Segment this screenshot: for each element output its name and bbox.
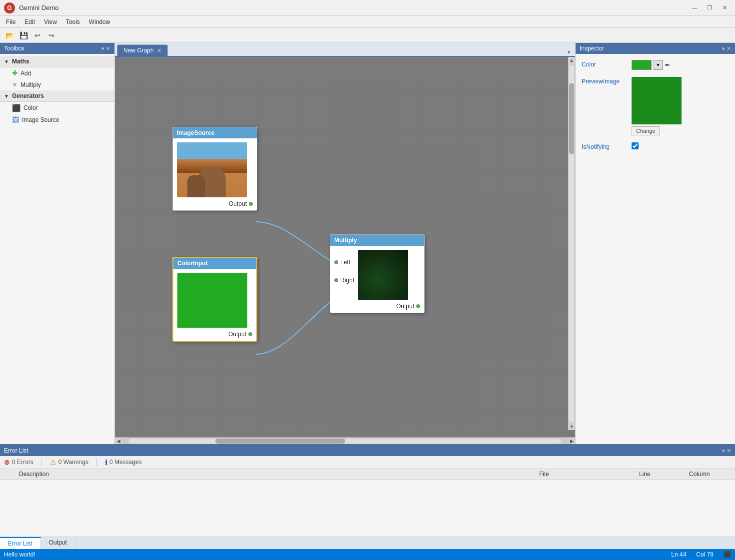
color-swatch[interactable] [632,60,652,70]
toolbox-category-maths[interactable]: ▼ Maths [0,56,114,67]
errors-count: 0 Errors [12,459,33,466]
preview-label: PreviewImage [582,77,632,85]
is-notifying-row [632,142,639,149]
add-icon: ✚ [12,69,17,77]
error-toolbar: ⊗ 0 Errors ⚠ 0 Warnings ℹ 0 Messages [0,456,735,469]
col-column: Column [685,469,735,480]
menu-view[interactable]: View [40,17,61,26]
toolbox-category-generators[interactable]: ▼ Generators [0,90,114,102]
preview-image [632,77,682,124]
toolbox-item-add[interactable]: ✚ Add [0,67,114,79]
toolbar-redo[interactable]: ↪ [45,29,58,41]
color-input-row: ▼ ✒ [632,60,729,70]
node-multiply-header: Multiply [330,235,424,246]
status-col: Col 79 [696,551,714,558]
image-source-icon: 🖼 [12,116,19,124]
toolbox-controls[interactable]: ▾ ✕ [101,45,110,52]
menu-file[interactable]: File [2,17,19,26]
scrollbar-left-arrow[interactable]: ◀ [115,438,122,445]
tab-scroll[interactable]: ▾ [565,48,573,56]
status-indicator: ⬛ [724,551,731,558]
error-list-title: Error List [4,447,28,454]
toolbox-item-color[interactable]: ⬛ Color [0,102,114,114]
window-controls: — ❐ ✕ [688,2,731,13]
add-label: Add [20,70,31,77]
status-right: Ln 44 Col 79 ⬛ [671,551,731,558]
image-source-label: Image Source [22,116,59,123]
toolbox-item-multiply[interactable]: ✕ Multiply [0,79,114,90]
vertical-scrollbar[interactable]: ▲ ▼ [568,57,575,430]
color-value: ▼ ✒ [632,60,729,70]
generators-arrow: ▼ [4,93,9,99]
color-label: Color [582,60,632,68]
inspector-header: Inspector ▾ ✕ [576,43,735,54]
status-bar: Hello world! Ln 44 Col 79 ⬛ [0,549,735,560]
warnings-filter[interactable]: ⚠ 0 Warnings [50,458,88,466]
toolbox-title: Toolbox [4,45,24,52]
node-multiply-body: Left Right Output [330,246,424,313]
col-number [0,469,15,480]
errors-filter[interactable]: ⊗ 0 Errors [4,458,33,466]
toolbar-undo[interactable]: ↩ [31,29,44,41]
menu-tools[interactable]: Tools [62,17,84,26]
node-image-source-body: Output [173,138,257,210]
tab-label: New Graph [123,47,154,54]
maths-arrow: ▼ [4,59,9,64]
scrollbar-v-track[interactable] [569,65,574,422]
minimize-button[interactable]: — [688,2,701,13]
status-ln: Ln 44 [671,551,686,558]
scrollbar-down-arrow[interactable]: ▼ [568,423,575,430]
graph-canvas[interactable]: ImageSource Output ColorIn [115,57,575,437]
tab-error-list[interactable]: Error List [0,537,41,549]
node-image-source[interactable]: ImageSource Output [172,127,257,211]
inspector-notifying-row: IsNotifying [582,142,729,150]
col-description: Description [15,469,535,480]
inspector-panel: Inspector ▾ ✕ Color ▼ ✒ PreviewImage [575,43,735,444]
error-icon: ⊗ [4,458,10,466]
node-multiply[interactable]: Multiply Left Right [330,234,425,313]
tab-output[interactable]: Output [41,537,75,549]
info-icon: ℹ [105,458,107,466]
separator-2 [96,458,97,466]
error-table: Description File Line Column [0,469,735,537]
status-message: Hello world! [4,551,35,558]
left-port-dot [334,260,338,264]
node-multiply-right-port: Right [332,276,356,285]
color-output-dot [248,332,252,336]
generators-label: Generators [12,92,44,99]
close-button[interactable]: ✕ [718,2,731,13]
tab-close-icon[interactable]: ✕ [157,47,161,54]
toolbox-item-image-source[interactable]: 🖼 Image Source [0,114,114,126]
scrollbar-h-track[interactable] [129,439,561,444]
toolbar-open[interactable]: 📂 [3,29,16,41]
node-image-source-output-port: Output [175,199,255,208]
error-list-controls[interactable]: ▾ ✕ [722,448,731,454]
color-icon: ⬛ [12,104,20,112]
toolbox-header: Toolbox ▾ ✕ [0,43,114,54]
scrollbar-up-arrow[interactable]: ▲ [568,57,575,64]
inspector-controls[interactable]: ▾ ✕ [722,45,731,52]
scrollbar-right-arrow[interactable]: ▶ [568,438,575,445]
menu-bar: File Edit View Tools Window [0,16,735,28]
toolbar-save[interactable]: 💾 [17,29,30,41]
menu-edit[interactable]: Edit [20,17,39,26]
color-dropdown-btn[interactable]: ▼ [654,60,663,70]
title-bar: G Gemini Demo — ❐ ✕ [0,0,735,16]
col-line: Line [635,469,685,480]
error-list-header: Error List ▾ ✕ [0,445,735,456]
tab-new-graph[interactable]: New Graph ✕ [117,44,168,56]
messages-filter[interactable]: ℹ 0 Messages [105,458,142,466]
node-multiply-left-port: Left [332,258,356,267]
warning-icon: ⚠ [50,458,56,466]
eyedropper-button[interactable]: ✒ [665,61,671,69]
horizontal-scrollbar[interactable]: ◀ ▶ [115,437,575,444]
main-area: Toolbox ▾ ✕ ▼ Maths ✚ Add ✕ Multiply ▼ G… [0,43,735,444]
change-button[interactable]: Change [632,126,660,135]
maximize-button[interactable]: ❐ [703,2,716,13]
is-notifying-checkbox[interactable] [632,142,639,149]
warnings-count: 0 Warnings [58,459,88,466]
app-title: Gemini Demo [19,4,58,11]
menu-window[interactable]: Window [85,17,114,26]
node-color-input[interactable]: ColorInput Output [172,257,257,342]
maths-label: Maths [12,58,29,65]
